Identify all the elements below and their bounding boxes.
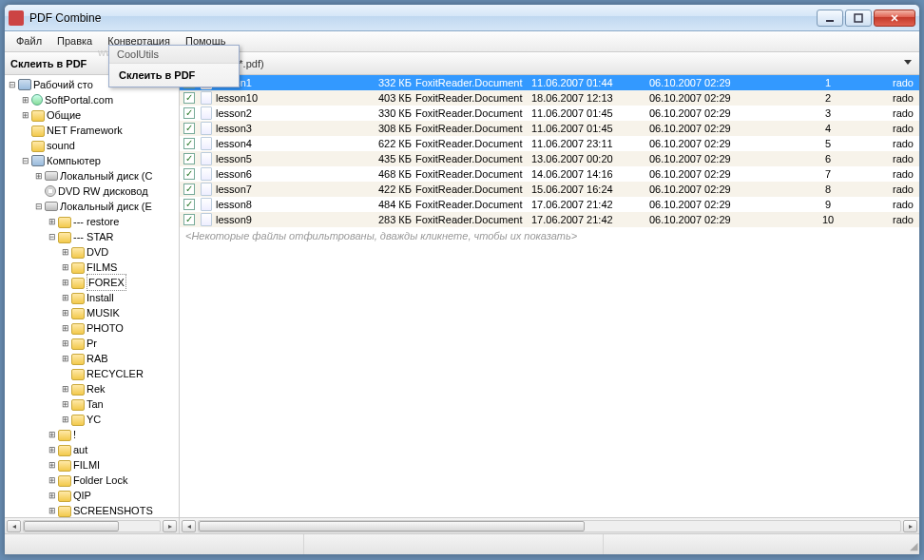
- expand-icon[interactable]: ⊞: [60, 381, 71, 396]
- minimize-button[interactable]: [817, 10, 843, 27]
- expand-icon[interactable]: ⊞: [60, 260, 71, 275]
- tree-rab[interactable]: RAB: [87, 351, 108, 366]
- menu-file[interactable]: Файл: [9, 31, 49, 51]
- dropdown-icon[interactable]: [904, 60, 912, 65]
- checkbox[interactable]: ✓: [183, 138, 195, 149]
- folder-icon: [71, 369, 85, 380]
- tree-scr[interactable]: SCREENSHOTS: [73, 503, 153, 518]
- expand-icon[interactable]: ⊞: [47, 442, 58, 457]
- scroll-thumb[interactable]: [24, 521, 119, 531]
- tree-dvd[interactable]: DVD RW дисковод: [58, 183, 148, 199]
- file-row[interactable]: ✓lesson5435 КБFoxitReader.Document13.06.…: [180, 151, 919, 166]
- tree-recycler[interactable]: RECYCLER: [87, 366, 144, 381]
- filtered-hint[interactable]: <Некоторые файлы отфильтрованы, дважды к…: [180, 227, 919, 244]
- tree-photo[interactable]: PHOTO: [87, 320, 124, 336]
- file-modified: 11.06.2007 01:45: [531, 123, 649, 134]
- expand-icon[interactable]: ⊞: [60, 305, 71, 320]
- file-index: 6: [771, 153, 885, 164]
- tree-hscroll[interactable]: ◂ ▸: [5, 517, 179, 533]
- checkbox[interactable]: ✓: [183, 107, 195, 119]
- checkbox[interactable]: ✓: [183, 123, 195, 134]
- expand-icon[interactable]: ⊞: [60, 396, 71, 412]
- expand-icon[interactable]: ⊞: [60, 275, 71, 290]
- expand-icon[interactable]: ⊞: [60, 290, 71, 305]
- tree-rek[interactable]: Rek: [87, 381, 106, 396]
- scroll-right-icon[interactable]: ▸: [903, 520, 917, 532]
- tree-filmi[interactable]: FILMI: [73, 457, 100, 473]
- expand-icon[interactable]: ⊞: [60, 336, 71, 351]
- tree-musik[interactable]: MUSIK: [87, 305, 120, 320]
- tree-local-e[interactable]: Локальный диск (E: [60, 199, 152, 214]
- tree-star[interactable]: --- STAR: [73, 229, 114, 244]
- file-icon: [201, 213, 212, 226]
- resize-grip-icon[interactable]: ◢: [902, 534, 919, 554]
- file-row[interactable]: ✓lesson2330 КБFoxitReader.Document11.06.…: [180, 106, 919, 121]
- tree-public[interactable]: Общие: [47, 107, 81, 123]
- expand-icon[interactable]: ⊞: [60, 244, 71, 260]
- expand-icon[interactable]: ⊞: [47, 473, 58, 488]
- tree-yc[interactable]: YC: [87, 412, 101, 427]
- scroll-left-icon[interactable]: ◂: [7, 520, 21, 532]
- tree-forex[interactable]: FOREX: [87, 274, 126, 291]
- scroll-left-icon[interactable]: ◂: [182, 520, 196, 532]
- scroll-right-icon[interactable]: ▸: [163, 520, 177, 532]
- checkbox[interactable]: ✓: [183, 214, 195, 225]
- tree-netfw[interactable]: NET Framework: [47, 123, 123, 138]
- tree-flock[interactable]: Folder Lock: [73, 473, 127, 488]
- expand-icon[interactable]: ⊞: [47, 214, 58, 229]
- expand-icon[interactable]: ⊞: [33, 168, 45, 183]
- tree-computer[interactable]: Компьютер: [47, 153, 101, 168]
- scroll-track[interactable]: [198, 520, 901, 532]
- expand-icon[interactable]: ⊞: [47, 488, 58, 503]
- collapse-icon[interactable]: ⊟: [20, 153, 31, 168]
- menu-edit[interactable]: Правка: [49, 31, 100, 51]
- tree-restore[interactable]: --- restore: [73, 214, 119, 229]
- expand-icon[interactable]: ⊞: [60, 351, 71, 366]
- checkbox[interactable]: ✓: [183, 92, 195, 104]
- file-row[interactable]: ✓lesson6468 КБFoxitReader.Document14.06.…: [180, 166, 919, 182]
- checkbox[interactable]: ✓: [183, 183, 195, 195]
- collapse-icon[interactable]: ⊟: [33, 199, 45, 214]
- expand-icon[interactable]: ⊞: [60, 412, 71, 427]
- maximize-button[interactable]: [845, 10, 872, 27]
- scroll-track[interactable]: [23, 520, 161, 532]
- expand-icon[interactable]: ⊞: [20, 92, 31, 107]
- checkbox[interactable]: ✓: [183, 199, 195, 210]
- tree-desktop[interactable]: Рабочий сто: [33, 77, 93, 92]
- context-menu-combine-pdf[interactable]: Склеить в PDF: [109, 64, 239, 87]
- file-row[interactable]: ✓lesson1332 КБFoxitReader.Document11.06.…: [180, 75, 919, 90]
- tree-films[interactable]: FILMS: [87, 260, 117, 275]
- expand-icon[interactable]: ⊞: [20, 107, 31, 123]
- checkbox[interactable]: ✓: [183, 153, 195, 164]
- file-type: FoxitReader.Document: [415, 199, 531, 210]
- file-row[interactable]: ✓lesson8484 КБFoxitReader.Document17.06.…: [180, 197, 919, 212]
- tree-sound[interactable]: sound: [47, 138, 75, 153]
- svg-rect-0: [826, 20, 834, 22]
- file-row[interactable]: ✓lesson9283 КБFoxitReader.Document17.06.…: [180, 212, 919, 227]
- expand-icon[interactable]: ⊞: [47, 427, 58, 442]
- tree-tan[interactable]: Tan: [87, 396, 104, 412]
- tree-aut[interactable]: aut: [73, 442, 87, 457]
- file-row[interactable]: ✓lesson7422 КБFoxitReader.Document15.06.…: [180, 182, 919, 197]
- folder-tree[interactable]: ⊟Рабочий сто ⊞SoftPortal.com ⊞Общие NET …: [5, 75, 180, 533]
- tree-excl[interactable]: !: [73, 427, 76, 442]
- file-hscroll[interactable]: ◂ ▸: [180, 517, 919, 533]
- tree-softportal[interactable]: SoftPortal.com: [45, 92, 113, 107]
- tree-install[interactable]: Install: [87, 290, 114, 305]
- expand-icon[interactable]: ⊞: [47, 503, 58, 518]
- checkbox[interactable]: ✓: [183, 168, 195, 180]
- scroll-thumb[interactable]: [199, 521, 585, 531]
- tree-pr[interactable]: Pr: [87, 336, 97, 351]
- close-button[interactable]: [874, 10, 915, 27]
- file-row[interactable]: ✓lesson4622 КБFoxitReader.Document11.06.…: [180, 136, 919, 151]
- file-row[interactable]: ✓lesson10403 КБFoxitReader.Document18.06…: [180, 90, 919, 106]
- collapse-icon[interactable]: ⊟: [47, 229, 58, 244]
- tree-dvdf[interactable]: DVD: [87, 244, 108, 260]
- file-row[interactable]: ✓lesson3308 КБFoxitReader.Document11.06.…: [180, 121, 919, 136]
- expand-icon[interactable]: ⊞: [47, 457, 58, 473]
- expand-icon[interactable]: ⊞: [60, 320, 71, 336]
- tree-local-c[interactable]: Локальный диск (C: [60, 168, 152, 183]
- collapse-icon[interactable]: ⊟: [7, 77, 18, 92]
- tree-qip[interactable]: QIP: [73, 488, 91, 503]
- file-list[interactable]: ✓lesson1332 КБFoxitReader.Document11.06.…: [180, 75, 919, 517]
